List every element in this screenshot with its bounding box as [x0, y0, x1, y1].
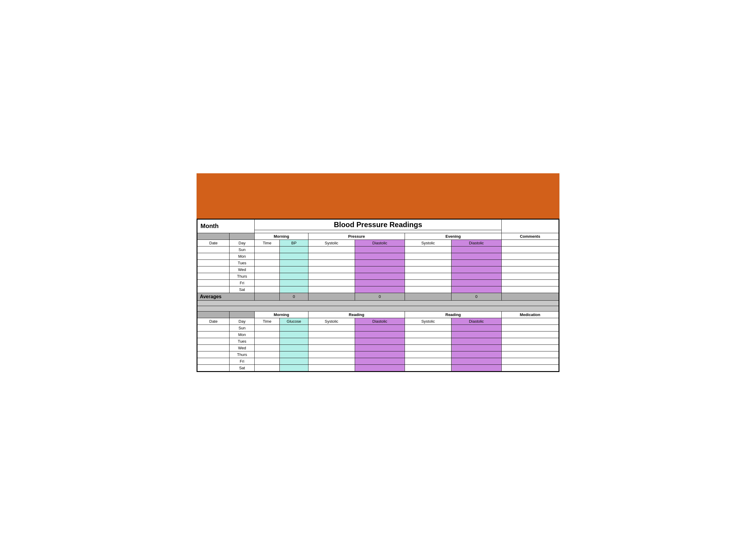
- s1-sys1-3[interactable]: [308, 266, 355, 273]
- s1-dia2-5[interactable]: [451, 279, 501, 286]
- s2-time-6[interactable]: [255, 364, 280, 371]
- s2-dia2-2[interactable]: [451, 338, 501, 344]
- s1-dia1-5[interactable]: [355, 279, 405, 286]
- s1-comments-5[interactable]: [501, 279, 559, 286]
- s2-time-2[interactable]: [255, 338, 280, 344]
- s2-sys1-6[interactable]: [308, 364, 355, 371]
- s1-date-4[interactable]: [197, 273, 230, 279]
- s1-date-0[interactable]: [197, 246, 230, 253]
- s2-glucose-2[interactable]: [280, 338, 308, 344]
- s1-comments-0[interactable]: [501, 246, 559, 253]
- s2-sys1-1[interactable]: [308, 331, 355, 338]
- s2-date-5[interactable]: [197, 358, 230, 364]
- s1-date-1[interactable]: [197, 253, 230, 259]
- s2-glucose-5[interactable]: [280, 358, 308, 364]
- s2-dia2-3[interactable]: [451, 344, 501, 351]
- s1-dia1-6[interactable]: [355, 286, 405, 293]
- s1-sys1-4[interactable]: [308, 273, 355, 279]
- s1-sys2-3[interactable]: [405, 266, 451, 273]
- s2-dia1-2[interactable]: [355, 338, 405, 344]
- s2-med-5[interactable]: [501, 358, 559, 364]
- s1-bp-5[interactable]: [280, 279, 308, 286]
- s1-sys1-1[interactable]: [308, 253, 355, 259]
- s1-dia2-4[interactable]: [451, 273, 501, 279]
- s1-sys1-0[interactable]: [308, 246, 355, 253]
- s1-dia2-1[interactable]: [451, 253, 501, 259]
- s1-dia2-2[interactable]: [451, 259, 501, 266]
- s1-sys2-2[interactable]: [405, 259, 451, 266]
- s2-date-2[interactable]: [197, 338, 230, 344]
- s1-sys2-5[interactable]: [405, 279, 451, 286]
- s1-sys1-2[interactable]: [308, 259, 355, 266]
- s2-dia1-0[interactable]: [355, 325, 405, 331]
- s1-date-6[interactable]: [197, 286, 230, 293]
- s1-bp-6[interactable]: [280, 286, 308, 293]
- s1-time-6[interactable]: [255, 286, 280, 293]
- s2-sys2-3[interactable]: [405, 344, 451, 351]
- s2-sys1-3[interactable]: [308, 344, 355, 351]
- s1-bp-2[interactable]: [280, 259, 308, 266]
- s2-dia1-3[interactable]: [355, 344, 405, 351]
- s1-comments-4[interactable]: [501, 273, 559, 279]
- s2-dia2-5[interactable]: [451, 358, 501, 364]
- s1-time-0[interactable]: [255, 246, 280, 253]
- s1-time-1[interactable]: [255, 253, 280, 259]
- s1-bp-4[interactable]: [280, 273, 308, 279]
- s2-time-5[interactable]: [255, 358, 280, 364]
- s2-time-4[interactable]: [255, 351, 280, 358]
- s2-dia1-1[interactable]: [355, 331, 405, 338]
- s2-glucose-6[interactable]: [280, 364, 308, 371]
- s1-bp-1[interactable]: [280, 253, 308, 259]
- s2-date-6[interactable]: [197, 364, 230, 371]
- s1-dia1-1[interactable]: [355, 253, 405, 259]
- s2-med-3[interactable]: [501, 344, 559, 351]
- s1-dia2-0[interactable]: [451, 246, 501, 253]
- s1-time-3[interactable]: [255, 266, 280, 273]
- s1-dia1-4[interactable]: [355, 273, 405, 279]
- s2-med-2[interactable]: [501, 338, 559, 344]
- s2-dia2-1[interactable]: [451, 331, 501, 338]
- s1-sys1-5[interactable]: [308, 279, 355, 286]
- s2-med-0[interactable]: [501, 325, 559, 331]
- s1-bp-0[interactable]: [280, 246, 308, 253]
- s2-glucose-4[interactable]: [280, 351, 308, 358]
- s1-time-2[interactable]: [255, 259, 280, 266]
- s2-date-4[interactable]: [197, 351, 230, 358]
- s2-dia1-4[interactable]: [355, 351, 405, 358]
- s1-date-5[interactable]: [197, 279, 230, 286]
- s2-dia2-4[interactable]: [451, 351, 501, 358]
- s2-glucose-1[interactable]: [280, 331, 308, 338]
- s2-date-3[interactable]: [197, 344, 230, 351]
- s1-sys2-0[interactable]: [405, 246, 451, 253]
- s1-sys2-1[interactable]: [405, 253, 451, 259]
- s2-time-0[interactable]: [255, 325, 280, 331]
- s2-dia1-6[interactable]: [355, 364, 405, 371]
- s1-date-3[interactable]: [197, 266, 230, 273]
- s2-sys2-0[interactable]: [405, 325, 451, 331]
- s2-time-3[interactable]: [255, 344, 280, 351]
- s2-glucose-3[interactable]: [280, 344, 308, 351]
- s1-sys2-4[interactable]: [405, 273, 451, 279]
- s1-time-5[interactable]: [255, 279, 280, 286]
- s1-sys2-6[interactable]: [405, 286, 451, 293]
- s1-time-4[interactable]: [255, 273, 280, 279]
- s1-date-2[interactable]: [197, 259, 230, 266]
- s2-sys1-5[interactable]: [308, 358, 355, 364]
- s2-time-1[interactable]: [255, 331, 280, 338]
- s2-date-0[interactable]: [197, 325, 230, 331]
- s1-sys1-6[interactable]: [308, 286, 355, 293]
- s2-sys1-4[interactable]: [308, 351, 355, 358]
- s1-dia1-0[interactable]: [355, 246, 405, 253]
- s1-dia2-6[interactable]: [451, 286, 501, 293]
- s2-sys2-1[interactable]: [405, 331, 451, 338]
- s2-sys1-2[interactable]: [308, 338, 355, 344]
- s2-dia1-5[interactable]: [355, 358, 405, 364]
- s1-dia1-2[interactable]: [355, 259, 405, 266]
- s1-bp-3[interactable]: [280, 266, 308, 273]
- s2-sys2-2[interactable]: [405, 338, 451, 344]
- s1-comments-6[interactable]: [501, 286, 559, 293]
- s1-comments-3[interactable]: [501, 266, 559, 273]
- s2-sys2-4[interactable]: [405, 351, 451, 358]
- s2-sys1-0[interactable]: [308, 325, 355, 331]
- s1-comments-2[interactable]: [501, 259, 559, 266]
